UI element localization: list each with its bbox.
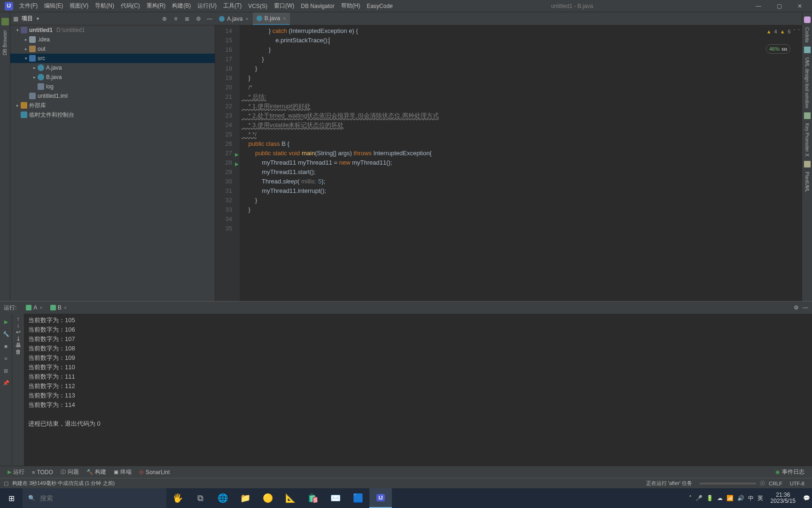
- scroll-end-icon[interactable]: ⤓: [16, 335, 21, 342]
- start-button[interactable]: ⊞: [0, 488, 23, 508]
- run-settings-icon[interactable]: ⚙: [794, 304, 799, 311]
- taskbar-app-store[interactable]: 🛍️: [302, 488, 324, 508]
- uml-icon[interactable]: [804, 47, 811, 53]
- menu-tools[interactable]: 工具(T): [220, 2, 245, 10]
- menu-code[interactable]: 代码(C): [117, 2, 143, 10]
- bottom-todo-tab[interactable]: ≡TODO: [28, 467, 57, 477]
- tree-out[interactable]: ▸out: [10, 44, 215, 54]
- tray-wifi-icon[interactable]: 📶: [726, 495, 734, 501]
- menu-edit[interactable]: 编辑(E): [41, 2, 66, 10]
- close-tab-icon[interactable]: ×: [39, 305, 42, 310]
- menu-easycode[interactable]: EasyCode: [363, 3, 396, 9]
- codota-tab[interactable]: Codota: [804, 24, 810, 45]
- tray-volume-icon[interactable]: 🔊: [737, 495, 744, 501]
- menu-vcs[interactable]: VCS(S): [245, 3, 271, 9]
- close-tab-icon[interactable]: ×: [283, 16, 286, 21]
- tree-extlib[interactable]: ▸外部库: [10, 101, 215, 110]
- menu-build[interactable]: 构建(B): [169, 2, 194, 10]
- bottom-run-tab[interactable]: ▶运行: [4, 467, 28, 477]
- settings-icon[interactable]: ⚙: [193, 14, 203, 24]
- locate-icon[interactable]: ⊕: [159, 14, 170, 24]
- taskbar-app-designer[interactable]: 📐: [279, 488, 302, 508]
- tree-a-java[interactable]: ▸A.java: [10, 63, 215, 72]
- tab-b-java[interactable]: B.java×: [253, 13, 290, 25]
- wrench-icon[interactable]: 🔧: [2, 330, 10, 338]
- bottom-build-tab[interactable]: 🔨构建: [83, 467, 110, 477]
- stop-icon[interactable]: ■: [2, 342, 10, 350]
- plantuml-icon[interactable]: [804, 161, 811, 167]
- bottom-terminal-tab[interactable]: ▣终端: [110, 467, 135, 477]
- menu-view[interactable]: 视图(V): [66, 2, 92, 10]
- project-view-dropdown[interactable]: ▼: [36, 16, 40, 21]
- close-tab-icon[interactable]: ×: [64, 305, 67, 310]
- tray-onedrive-icon[interactable]: ☁: [717, 495, 723, 501]
- taskbar-search[interactable]: 🔍: [23, 488, 166, 508]
- down-icon[interactable]: ↓: [17, 322, 20, 329]
- close-tab-icon[interactable]: ×: [245, 16, 248, 22]
- collapse-all-icon[interactable]: ≣: [182, 14, 192, 24]
- encoding[interactable]: UTF-8: [790, 481, 804, 486]
- plantuml-tab[interactable]: PlantUML: [804, 169, 810, 195]
- taskbar-app-explorer[interactable]: 📁: [234, 488, 257, 508]
- tree-temp[interactable]: 临时文件和控制台: [10, 110, 215, 119]
- close-button[interactable]: ✕: [789, 0, 810, 12]
- menu-dbnav[interactable]: DB Navigator: [297, 3, 337, 9]
- layout-icon[interactable]: ⊞: [2, 366, 10, 375]
- tree-b-java[interactable]: ▸B.java: [10, 72, 215, 82]
- code-editor[interactable]: 1415161718192021222324252627▶28▶29303132…: [215, 25, 802, 301]
- uml-tab[interactable]: UML design tool window: [804, 55, 810, 111]
- print-icon[interactable]: 🖶: [16, 342, 21, 349]
- tray-ime-icon[interactable]: 中: [748, 494, 754, 502]
- taskbar-app-mail[interactable]: ✉️: [324, 488, 347, 508]
- taskbar-search-input[interactable]: [40, 494, 153, 502]
- menu-navigate[interactable]: 导航(N): [92, 2, 117, 10]
- code-area[interactable]: } catch (InterruptedException e) { e.pri…: [240, 25, 802, 301]
- clear-icon[interactable]: 🗑: [16, 349, 21, 355]
- menu-refactor[interactable]: 重构(R): [143, 2, 169, 10]
- hide-panel-icon[interactable]: —: [204, 14, 215, 24]
- db-browser-tab[interactable]: DB Browser: [2, 27, 8, 58]
- minimize-button[interactable]: —: [748, 0, 769, 12]
- pin-icon[interactable]: 📌: [2, 379, 10, 387]
- taskbar-app-chrome[interactable]: 🟡: [257, 488, 279, 508]
- taskbar-clock[interactable]: 21:36 2023/5/15: [767, 492, 799, 504]
- tree-iml[interactable]: untitled1.iml: [10, 91, 215, 101]
- inspection-markers[interactable]: ▲4 ▲6 ˆ ˇ: [746, 25, 802, 38]
- db-browser-icon[interactable]: [1, 18, 9, 25]
- tree-log[interactable]: log: [10, 82, 215, 91]
- menu-file[interactable]: 文件(F): [16, 2, 41, 10]
- line-sep[interactable]: CRLF: [769, 481, 782, 486]
- taskbar-app-edge[interactable]: 🌐: [211, 488, 234, 508]
- rerun-icon[interactable]: ▶: [2, 318, 10, 326]
- bottom-problems-tab[interactable]: ⓘ问题: [57, 467, 83, 477]
- maximize-button[interactable]: ▢: [769, 0, 789, 12]
- bottom-sonarlint-tab[interactable]: ◎SonarLint: [135, 467, 173, 477]
- menu-help[interactable]: 帮助(H): [338, 2, 364, 10]
- cancel-task-icon[interactable]: ⓧ: [760, 480, 765, 487]
- project-tree[interactable]: ▾ untitled1 D:\untitled1 ▸.idea ▸out ▾sr…: [10, 25, 215, 301]
- hide-run-panel-icon[interactable]: —: [803, 304, 808, 311]
- tray-lang-icon[interactable]: 英: [757, 494, 763, 502]
- tree-idea[interactable]: ▸.idea: [10, 35, 215, 44]
- tray-mic-icon[interactable]: 🎤: [695, 495, 703, 501]
- tab-a-java[interactable]: A.java×: [215, 13, 252, 25]
- tray-chevron-icon[interactable]: ˄: [689, 495, 692, 501]
- run-tab-b[interactable]: B×: [47, 302, 70, 313]
- up-icon[interactable]: ↑: [17, 316, 20, 322]
- run-tab-a[interactable]: A×: [22, 302, 46, 313]
- run-output[interactable]: 当前数字为：105当前数字为：106当前数字为：107当前数字为：108当前数字…: [24, 314, 812, 466]
- soft-wrap-icon[interactable]: ↩: [16, 329, 21, 335]
- taskbar-app-wps[interactable]: 🟦: [347, 488, 369, 508]
- prev-highlight-icon[interactable]: ˆ: [794, 29, 796, 34]
- stack-icon[interactable]: ≡: [2, 354, 10, 363]
- expand-all-icon[interactable]: ≡: [171, 14, 181, 24]
- keypx-icon[interactable]: [804, 112, 811, 119]
- tree-src[interactable]: ▾src: [10, 54, 215, 63]
- progress-bar[interactable]: [700, 483, 756, 484]
- taskbar-app-intellij[interactable]: IJ: [369, 488, 392, 508]
- line-gutter[interactable]: 1415161718192021222324252627▶28▶29303132…: [215, 25, 240, 301]
- code-coverage-badge[interactable]: 46% ▮▮▮: [766, 44, 790, 54]
- tray-notifications-icon[interactable]: 💬: [803, 495, 810, 501]
- codota-icon[interactable]: [804, 16, 811, 23]
- menu-run[interactable]: 运行(U): [194, 2, 220, 10]
